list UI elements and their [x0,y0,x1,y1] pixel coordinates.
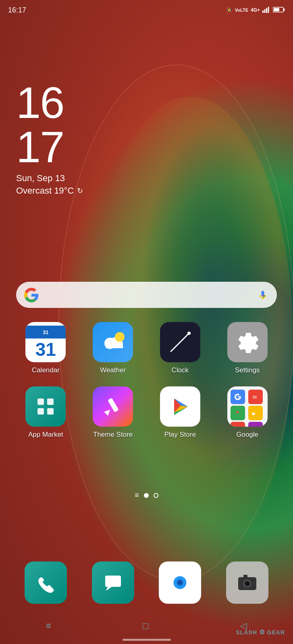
weather-label: Weather [100,366,126,374]
page-dot-1[interactable] [144,493,149,498]
google-mini-4: ▶ [248,406,263,420]
status-icons: 🔕 VoLTE 4G+ [226,6,285,14]
google-logo-icon [24,288,39,302]
search-bar[interactable] [16,282,277,308]
svg-rect-30 [105,576,121,587]
network-icon: 4G+ [251,7,260,13]
pages-icon: ≡ [135,491,139,500]
playstore-icon [160,386,200,427]
playstore-label: Play Store [164,431,196,439]
app-item-calendar[interactable]: 31 31 Calendar [17,322,74,374]
svg-rect-17 [37,408,44,415]
dock-item-focus[interactable] [159,561,201,604]
dock [12,561,281,604]
nav-home-button[interactable]: □ [143,620,149,632]
home-indicator [123,639,171,641]
refresh-icon[interactable]: ↻ [77,186,83,195]
svg-point-35 [179,581,182,584]
app-item-appmarket[interactable]: App Market [17,386,74,439]
app-row-2: App Market Theme Store [12,386,281,439]
svg-text:✉: ✉ [253,394,257,400]
messages-icon [102,572,124,594]
weather-icon [93,322,133,362]
calendar-header: 31 [25,326,66,339]
svg-rect-18 [47,408,54,415]
svg-rect-1 [264,9,266,13]
weather-text: Overcast 19°C [16,186,74,196]
app-row-1: 31 31 Calendar Weather [12,322,281,374]
status-bar: 16:17 🔕 VoLTE 4G+ [0,0,293,20]
appmarket-icon [25,386,66,427]
dock-item-phone[interactable] [25,561,67,604]
phone-icon [35,572,57,594]
app-item-weather[interactable]: Weather [85,322,141,374]
clock-minutes: 17 [16,125,83,169]
app-item-settings[interactable]: Settings [219,322,276,374]
calendar-number: 31 [35,340,56,359]
svg-text:📍: 📍 [235,411,240,416]
clock-label: Clock [172,366,189,374]
mute-icon: 🔕 [226,7,233,13]
svg-rect-5 [284,8,285,11]
settings-icon [227,322,268,362]
svg-rect-40 [243,575,247,578]
google-label: Google [236,431,258,439]
clock-date: Sun, Sep 13 [16,173,83,184]
nav-bar: ≡ □ ◁ [0,612,293,644]
calendar-icon: 31 31 [25,322,66,362]
google-mini-3: 📍 [231,406,245,420]
svg-marker-20 [104,410,110,416]
clock-app-icon [160,322,200,362]
app-item-playstore[interactable]: Play Store [152,386,208,439]
dock-item-messages[interactable] [92,561,134,604]
svg-marker-31 [106,587,112,591]
focus-icon [167,570,193,596]
mic-icon[interactable] [257,289,269,301]
google-mini-1 [231,390,245,404]
svg-rect-2 [266,8,267,13]
svg-rect-6 [274,8,279,11]
google-mini-6: ⊕ [248,422,263,427]
svg-rect-15 [37,398,44,405]
settings-label: Settings [235,366,260,374]
svg-line-13 [171,333,189,351]
svg-text:▶: ▶ [252,411,256,416]
signal-icon [262,6,270,14]
calendar-label: Calendar [32,366,60,374]
app-item-themestore[interactable]: Theme Store [85,386,141,439]
google-app-icon: ✉ 📍 ▶ YT ⊕ [227,386,268,427]
clock-hours: 16 [16,80,83,125]
clock-widget: 16 17 Sun, Sep 13 Overcast 19°C ↻ [16,80,83,196]
themestore-icon [93,386,133,427]
google-mini-2: ✉ [248,390,263,404]
svg-point-12 [116,334,123,340]
nav-back-button[interactable]: ◁ [240,621,247,631]
svg-rect-10 [106,343,123,348]
app-item-clock[interactable]: Clock [152,322,208,374]
svg-rect-0 [262,10,264,13]
svg-point-14 [187,332,191,335]
svg-point-39 [246,582,249,585]
status-time: 16:17 [8,6,26,14]
appmarket-label: App Market [28,431,63,439]
clock-weather-info: Overcast 19°C ↻ [16,186,83,196]
svg-rect-16 [47,398,54,405]
nav-menu-button[interactable]: ≡ [46,621,51,631]
themestore-label: Theme Store [93,431,133,439]
dock-item-camera[interactable] [226,561,268,604]
volte-icon: VoLTE [235,8,248,12]
battery-icon [273,6,285,14]
app-item-google[interactable]: ✉ 📍 ▶ YT ⊕ Google [219,386,276,439]
google-mini-5: YT [231,422,245,427]
page-indicators: ≡ [0,491,293,500]
camera-icon [236,572,258,594]
page-dot-2[interactable] [154,493,158,498]
svg-rect-3 [268,7,269,13]
app-grid: 31 31 Calendar Weather [0,322,293,443]
